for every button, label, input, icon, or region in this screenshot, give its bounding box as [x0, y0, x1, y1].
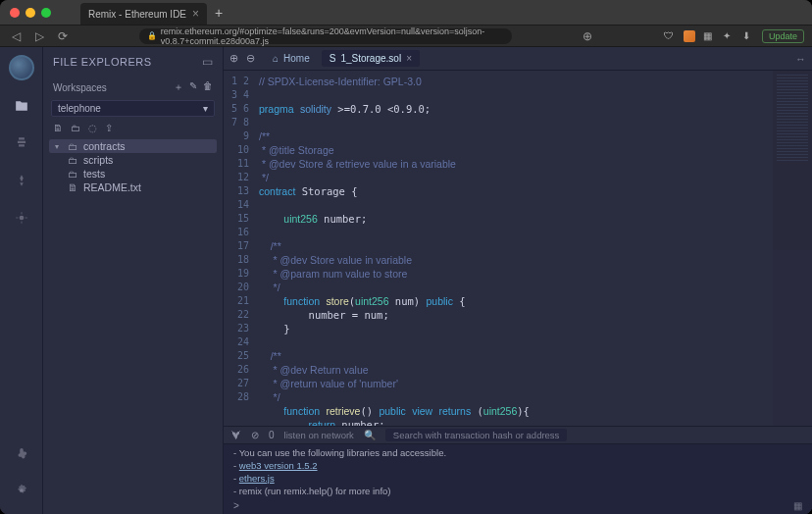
- minimize-window-button[interactable]: [25, 8, 35, 18]
- file-toolbar: 🗎 🗀 ◌ ⇪: [43, 119, 223, 137]
- folder-icon: 🗀: [68, 140, 78, 152]
- chevron-down-icon: ▾: [203, 103, 208, 114]
- tree-folder-scripts[interactable]: 🗀 scripts: [49, 153, 217, 167]
- terminal-line: - web3 version 1.5.2: [233, 459, 802, 472]
- tree-label: README.txt: [83, 181, 141, 193]
- tree-label: tests: [83, 168, 105, 180]
- tree-label: contracts: [83, 140, 126, 152]
- address-bar: ◁ ▷ ⟳ 🔒 remix.ethereum.org/#optimize=fal…: [0, 26, 812, 47]
- file-tree: ▾ 🗀 contracts 🗀 scripts 🗀 tests 🗎: [43, 137, 223, 196]
- tab-title: Remix - Ethereum IDE: [88, 9, 186, 20]
- home-icon: ⌂: [273, 53, 279, 64]
- icon-sidebar: [0, 47, 43, 514]
- panel-menu-icon[interactable]: ▭: [202, 55, 214, 69]
- url-field[interactable]: 🔒 remix.ethereum.org/#optimize=false&run…: [139, 28, 512, 44]
- new-tab-button[interactable]: +: [215, 5, 223, 21]
- status-bar: ⮟ ⊘ 0 listen on network 🔍 Search with tr…: [224, 426, 812, 443]
- listen-network-label[interactable]: listen on network: [284, 430, 354, 440]
- remix-app: FILE EXPLORERS ▭ Workspaces ＋ ✎ 🗑 teleph…: [0, 47, 812, 514]
- zoom-in-icon[interactable]: ⊕: [229, 52, 238, 65]
- panel-header: FILE EXPLORERS ▭: [43, 47, 223, 77]
- prompt-symbol: >: [233, 500, 239, 511]
- pending-tx-count: 0: [269, 430, 275, 440]
- panel-title: FILE EXPLORERS: [53, 56, 152, 68]
- toolbar-right: 🛡 ▦ ✦ ⬇ Update: [664, 29, 804, 43]
- titlebar: Remix - Ethereum IDE × +: [0, 0, 812, 26]
- editor-body: 1 2 3 4 5 6 7 8 9 10 11 12 13 14 15 16 1…: [224, 71, 812, 426]
- close-tab-icon[interactable]: ×: [192, 7, 199, 21]
- tree-file-readme[interactable]: 🗎 README.txt: [49, 180, 217, 194]
- lock-icon: 🔒: [147, 31, 157, 40]
- clear-icon[interactable]: ⊘: [251, 430, 259, 440]
- ethers-link[interactable]: ethers.js: [239, 473, 275, 484]
- web3-link[interactable]: web3 version 1.5.2: [239, 460, 318, 471]
- code-editor[interactable]: // SPDX-License-Identifier: GPL-3.0 prag…: [257, 71, 773, 426]
- terminal-input[interactable]: > ▦: [224, 496, 812, 514]
- metamask-icon[interactable]: [684, 30, 695, 42]
- tab-label: Home: [283, 53, 310, 64]
- add-workspace-icon[interactable]: ＋: [174, 80, 183, 94]
- settings-icon[interactable]: [10, 479, 33, 502]
- editor-tabs: ⊕ ⊖ ⌂ Home S 1_Storage.sol × ↔: [224, 47, 812, 71]
- debugger-icon[interactable]: [10, 206, 33, 230]
- svg-point-0: [19, 216, 24, 221]
- terminal-line: - ethers.js: [233, 472, 802, 485]
- download-icon[interactable]: ⬇: [742, 30, 754, 42]
- terminal-menu-icon[interactable]: ▦: [793, 500, 802, 511]
- new-file-icon[interactable]: 🗎: [53, 123, 63, 133]
- tab-label: 1_Storage.sol: [340, 53, 401, 64]
- scroll-tabs-icon[interactable]: ↔: [795, 53, 806, 65]
- zoom-out-icon[interactable]: ⊖: [246, 52, 255, 65]
- terminal-line: - You can use the following libraries an…: [233, 446, 802, 459]
- upload-icon[interactable]: ⇪: [105, 123, 113, 133]
- remix-logo[interactable]: [9, 55, 34, 80]
- tab-home[interactable]: ⌂ Home: [265, 50, 318, 67]
- folder-icon: 🗀: [68, 154, 78, 166]
- toggle-terminal-icon[interactable]: ⮟: [231, 430, 241, 440]
- deploy-icon[interactable]: [10, 169, 33, 192]
- shield-icon[interactable]: 🛡: [664, 30, 676, 42]
- tab-storage-sol[interactable]: S 1_Storage.sol ×: [322, 50, 420, 67]
- plugin-icon[interactable]: [10, 443, 33, 467]
- delete-workspace-icon[interactable]: 🗑: [203, 80, 213, 94]
- folder-icon: 🗀: [68, 168, 78, 180]
- rename-workspace-icon[interactable]: ✎: [189, 80, 197, 94]
- close-tab-icon[interactable]: ×: [406, 53, 412, 64]
- back-button[interactable]: ◁: [8, 29, 24, 43]
- line-gutter: 1 2 3 4 5 6 7 8 9 10 11 12 13 14 15 16 1…: [224, 71, 257, 426]
- file-explorer-icon[interactable]: [10, 94, 33, 118]
- tree-label: scripts: [83, 154, 113, 166]
- tree-folder-tests[interactable]: 🗀 tests: [49, 167, 217, 180]
- tx-search-input[interactable]: Search with transaction hash or address: [385, 429, 568, 441]
- file-icon: 🗎: [68, 181, 78, 193]
- browser-tab-strip: Remix - Ethereum IDE × +: [80, 0, 223, 25]
- close-window-button[interactable]: [10, 8, 20, 18]
- terminal-line: - remix (run remix.help() for more info): [233, 485, 802, 496]
- workspace-selected: telephone: [58, 103, 101, 114]
- workspace-row: Workspaces ＋ ✎ 🗑: [43, 77, 223, 98]
- window-controls: [10, 8, 51, 18]
- file-explorer-panel: FILE EXPLORERS ▭ Workspaces ＋ ✎ 🗑 teleph…: [43, 47, 224, 514]
- update-button[interactable]: Update: [762, 29, 804, 43]
- browser-tab[interactable]: Remix - Ethereum IDE ×: [80, 3, 207, 25]
- app-window: Remix - Ethereum IDE × + ◁ ▷ ⟳ 🔒 remix.e…: [0, 0, 812, 514]
- tree-folder-contracts[interactable]: ▾ 🗀 contracts: [49, 139, 217, 153]
- caret-icon: ▾: [55, 142, 63, 151]
- workspaces-label: Workspaces: [53, 82, 107, 93]
- terminal-output[interactable]: - You can use the following libraries an…: [224, 443, 812, 496]
- compiler-icon[interactable]: [10, 131, 33, 155]
- puzzle-icon[interactable]: ✦: [723, 30, 735, 42]
- reader-icon[interactable]: ⊕: [580, 29, 595, 43]
- forward-button[interactable]: ▷: [31, 29, 47, 43]
- search-icon[interactable]: 🔍: [364, 430, 376, 440]
- extension-icon[interactable]: ▦: [703, 30, 715, 42]
- url-text: remix.ethereum.org/#optimize=false&runs=…: [161, 26, 504, 46]
- publish-github-icon[interactable]: ◌: [88, 123, 97, 133]
- maximize-window-button[interactable]: [41, 8, 51, 18]
- workspace-select[interactable]: telephone ▾: [51, 100, 215, 117]
- minimap[interactable]: [773, 71, 812, 426]
- new-folder-icon[interactable]: 🗀: [71, 123, 80, 133]
- solidity-icon: S: [330, 53, 336, 64]
- main-area: ⊕ ⊖ ⌂ Home S 1_Storage.sol × ↔ 1 2 3 4 5…: [224, 47, 812, 514]
- reload-button[interactable]: ⟳: [55, 29, 71, 43]
